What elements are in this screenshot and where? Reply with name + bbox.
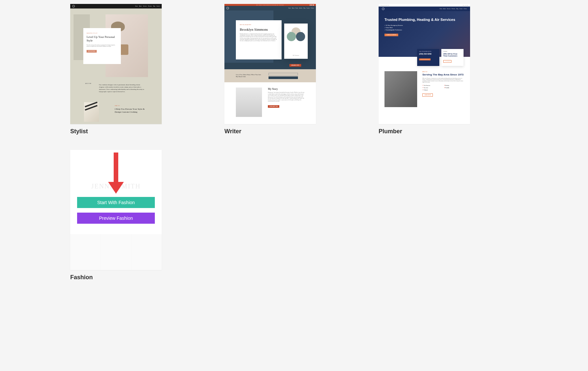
logo-icon [72, 5, 75, 8]
hero-btn: GET IN TOUCH [87, 50, 97, 53]
preview-button[interactable]: Preview Fashion [77, 213, 155, 224]
start-button[interactable]: Start With Fashion [77, 197, 155, 208]
what-heading: I Help You Elevate Your Style & Design C… [115, 108, 147, 114]
plumber-nav: Home About Services Reviews Blog Contact… [379, 7, 470, 11]
subscribe-band: Get a Free Short Story When You Join My … [224, 69, 316, 82]
what-label: WHAT I DO [115, 105, 120, 106]
plumber-hero: Trusted Plumbing, Heating & Air Services… [379, 11, 470, 57]
about-label: ABOUT ME [85, 83, 91, 84]
stylist-topbar: Home About Services Reviews Blog Contact [70, 4, 162, 8]
email-input [269, 73, 298, 75]
logo-icon [382, 8, 384, 10]
template-card-stylist[interactable]: Home About Services Reviews Blog Contact… [70, 4, 209, 135]
author-photo [236, 88, 262, 117]
hero-heading: Level Up Your Personal Style [87, 35, 118, 42]
plumber-topbar: hello@diviplumber.com (255) 352-6258 [379, 4, 470, 7]
city-list: 📍 San Francisco 📍 Berkeley 📍 San Jose 📍 … [422, 85, 464, 91]
faded-thumbs [70, 234, 162, 270]
hero-card: FASHION STYLIST Level Up Your Personal S… [83, 28, 121, 64]
story-section: My Story Growing up, I was always fascin… [224, 82, 316, 122]
feature-checks: ✓ 24 Hour Emergency Services ✓ Clean Wor… [384, 24, 464, 31]
template-title: Writer [224, 128, 364, 135]
template-title: Fashion [70, 274, 209, 281]
writer-topbar: GET A FREE CHAPTER OF BROOKLYN'S NEW REL… [224, 4, 316, 6]
plumber-preview: hello@diviplumber.com (255) 352-6258 Hom… [379, 4, 470, 124]
stylist-nav: Home About Services Reviews Blog Contact [135, 6, 160, 7]
book-cover: The Monarch Effect B.B. Simmons [284, 24, 308, 59]
offer-card: OFFERS 25% Off for First Time Customers … [441, 49, 464, 66]
template-card-writer[interactable]: GET A FREE CHAPTER OF BROOKLYN'S NEW REL… [224, 4, 364, 135]
available-btn: AVAILABLE NOW [289, 64, 301, 67]
stylist-body: FASHION STYLIST Level Up Your Personal S… [70, 8, 162, 124]
fashion-preview: JENNA SMITH Start With Fashion Preview F… [70, 150, 162, 270]
pipes-photo [384, 71, 417, 107]
template-card-fashion[interactable]: JENNA SMITH Start With Fashion Preview F… [70, 150, 209, 281]
template-title: Plumber [379, 128, 518, 135]
hero-text: From the runway to the streets, my appro… [87, 44, 118, 47]
subscribe-btn [269, 76, 298, 79]
hero-label: FASHION STYLIST [87, 33, 118, 34]
stylist-preview: Home About Services Reviews Blog Contact… [70, 4, 162, 124]
template-title: Stylist [70, 128, 209, 135]
template-card-plumber[interactable]: hello@diviplumber.com (255) 352-6258 Hom… [379, 4, 518, 135]
writer-nav: Home About Books Articles Blog Contact 0… [224, 6, 316, 10]
social-icons [310, 5, 314, 6]
hero-card: BEST SELLING AUTHOR Brooklyn Simmons Bro… [236, 20, 282, 59]
logo-icon [226, 7, 229, 9]
arrow-down-icon [107, 153, 124, 195]
about-text: I'm a fashion designer who is passionate… [99, 84, 145, 93]
writer-hero: BEST SELLING AUTHOR Brooklyn Simmons Bro… [224, 10, 316, 69]
writer-preview: GET A FREE CHAPTER OF BROOKLYN'S NEW REL… [224, 4, 316, 124]
quote-card: CALL FOR A FREE QUOTE (255) 352-6258 ONL… [417, 49, 439, 66]
